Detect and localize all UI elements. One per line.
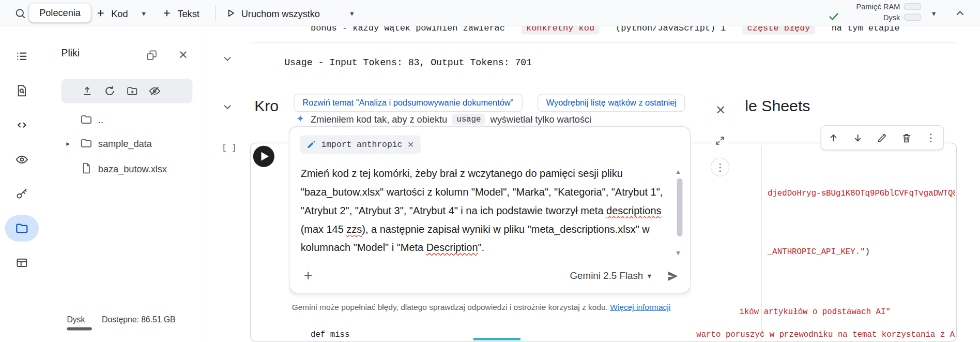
sidebar-item-inspector[interactable] (9, 146, 35, 173)
sidebar-item-data-table[interactable] (9, 249, 35, 276)
gemini-more-options-icon[interactable]: ⋮ (711, 158, 729, 176)
delete-cell-icon[interactable] (897, 128, 916, 147)
add-code-label: Kod (111, 8, 128, 19)
add-text-label: Tekst (177, 8, 199, 19)
eye-icon (15, 153, 29, 167)
move-cell-up-icon[interactable] (824, 128, 843, 147)
ram-label: Pamięć RAM (843, 2, 900, 13)
command-palette-label: Polecenia (39, 8, 81, 19)
dialog-bottom-bar: + Gemini 2.5 Flash ▾ (299, 265, 681, 287)
chevron-down-icon: ▾ (350, 10, 354, 18)
chevron-down-icon: ▾ (932, 10, 936, 18)
close-panel-icon[interactable]: ✕ (174, 45, 192, 64)
gemini-suggestion-chip[interactable]: Rozwiń temat "Analiza i podsumowywanie d… (294, 94, 522, 112)
add-code-menu-caret[interactable]: ▾ (137, 8, 150, 20)
gemini-edit-icon[interactable] (873, 128, 892, 147)
move-cell-down-icon[interactable] (848, 128, 867, 147)
expand-caret-icon[interactable]: ▸ (66, 139, 70, 147)
open-in-full-icon[interactable] (711, 131, 729, 150)
section-heading-fragment: le Sheets (745, 97, 810, 115)
plus-icon (95, 8, 106, 19)
add-text-button[interactable]: Tekst (161, 0, 200, 26)
file-tree-item[interactable]: .. (44, 109, 205, 130)
colab-window: Polecenia Kod ▾ Tekst Uruchom wszystko ▾… (0, 0, 980, 342)
remove-context-icon[interactable]: ✕ (407, 140, 414, 149)
new-folder-icon[interactable] (122, 82, 141, 100)
clipped-markdown-line: bonus - każdy wątek powinien zawierać ko… (311, 26, 964, 39)
file-tree-item[interactable]: ▸ sample_data (44, 132, 205, 154)
model-label: Gemini 2.5 Flash (570, 270, 644, 281)
play-outline-icon (225, 8, 236, 19)
search-icon[interactable] (10, 3, 30, 23)
file-icon (80, 162, 93, 174)
model-selector[interactable]: Gemini 2.5 Flash ▾ (570, 270, 651, 281)
upload-icon[interactable] (78, 82, 96, 100)
files-panel-title: Pliki (62, 48, 80, 59)
play-icon (261, 152, 269, 161)
files-toolbar (62, 79, 193, 103)
markdown-text: bonus - każdy wątek powinien zawierać (311, 26, 505, 33)
send-icon[interactable] (664, 267, 681, 285)
gemini-disclaimer: Gemini może popełniać błędy, dlatego spr… (292, 302, 688, 313)
markdown-text: (python/JavaScript) i (616, 26, 726, 33)
disclaimer-text: Gemini może popełniać błędy, dlatego spr… (292, 302, 608, 311)
file-tree-label: .. (98, 114, 103, 125)
cell-more-options-icon[interactable]: ⋮ (922, 128, 940, 147)
markdown-text: na tym etapie (832, 26, 900, 33)
close-gemini-icon[interactable]: ✕ (712, 101, 729, 119)
folder-icon (80, 137, 93, 150)
note-text: wyświetlał tylko wartości (491, 114, 592, 125)
gemini-response-note: Zmieniłem kod tak, aby z obiektu usage w… (295, 114, 591, 125)
add-code-button[interactable]: Kod (95, 0, 128, 26)
gemini-prompt-dialog: import anthropic ✕ Zmień kod z tej komór… (289, 126, 691, 293)
close-icon: ✕ (178, 47, 188, 62)
gemini-sparkle-icon (295, 114, 306, 125)
section-heading-fragment: Kro (254, 97, 279, 115)
scroll-down-icon[interactable]: ▼ (673, 248, 683, 257)
collapse-output-chevron[interactable] (218, 50, 237, 68)
resources-menu-caret[interactable]: ▾ (927, 8, 940, 20)
scrollbar-thumb[interactable] (677, 179, 683, 236)
context-chip-label: import anthropic (321, 140, 403, 149)
sidebar-item-secrets[interactable] (9, 181, 35, 207)
file-tree-label: sample_data (98, 138, 152, 149)
disk-gauge (904, 14, 922, 21)
find-in-page-icon (15, 84, 29, 98)
refresh-icon[interactable] (100, 82, 118, 100)
scroll-up-icon[interactable]: ▲ (673, 167, 683, 176)
pencil-icon (307, 140, 316, 150)
sidebar-item-files[interactable] (9, 215, 35, 242)
run-all-menu-caret[interactable]: ▾ (346, 8, 358, 20)
file-tree-item[interactable]: baza_butow.xlsx (44, 158, 205, 179)
hide-hidden-files-icon[interactable] (145, 82, 164, 100)
sidebar-item-code-snippets[interactable] (9, 112, 35, 138)
command-palette-button[interactable]: Polecenia (29, 3, 91, 22)
code-icon (15, 118, 29, 132)
code-line: djedDoHryg-sBUg1K8OTq9PGblCVFqTvgaDWTQ8Q… (768, 189, 955, 201)
cell-execution-gutter: [ ] (222, 143, 236, 153)
more-info-link[interactable]: Więcej informacji (610, 302, 670, 311)
sidebar-item-find[interactable] (9, 78, 35, 104)
code-line: wątków, jakie warto poruszyć w przewodni… (696, 330, 955, 341)
toc-icon (15, 50, 29, 64)
gemini-prompt-text[interactable]: Zmień kod z tej komórki, żeby brał z wcz… (301, 165, 666, 257)
inline-code: częste błędy (742, 26, 815, 35)
close-icon: ✕ (715, 102, 726, 117)
gemini-suggestion-chip[interactable]: Wyodrębnij listę wątków z ostatniej (538, 94, 685, 112)
left-rail (0, 26, 44, 342)
popout-panel-icon[interactable] (143, 46, 160, 64)
close-icon: ✕ (407, 140, 414, 149)
ram-gauge (904, 3, 922, 10)
collapse-section-chevron[interactable] (218, 98, 237, 116)
disk-label: Dysk (843, 12, 900, 23)
collapse-header-button[interactable] (950, 3, 970, 23)
run-all-button[interactable]: Uruchom wszystko (225, 0, 320, 26)
note-text: Zmieniłem kod tak, aby z obiektu (311, 114, 447, 125)
run-cell-button[interactable] (253, 146, 274, 167)
context-chip[interactable]: import anthropic ✕ (300, 135, 420, 154)
sidebar-item-toc[interactable] (9, 43, 35, 69)
plus-icon (161, 8, 173, 19)
add-attachment-button[interactable]: + (299, 267, 317, 285)
code-line: ików artykułów o podstawach AI" (739, 307, 890, 317)
run-all-label: Uruchom wszystko (241, 8, 320, 19)
